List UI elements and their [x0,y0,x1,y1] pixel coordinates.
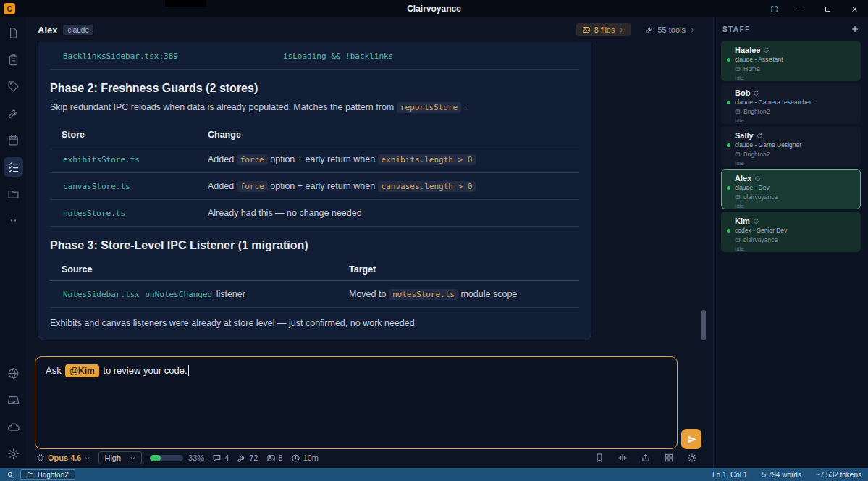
table-cell: isLoading && !backlinks [282,49,395,62]
staff-card-alex[interactable]: Alexclaude - DevclairvoyanceIdle [721,169,861,209]
model-selector[interactable]: Opus 4.6 [36,453,90,462]
staff-project-row: clairvoyance [735,193,854,201]
inbox-icon [7,394,20,406]
files-button[interactable]: 8 files [576,23,631,36]
staff-status: Idle [735,117,854,124]
image-icon [266,453,276,463]
chevron-right-icon [689,27,696,33]
grid-button[interactable] [661,450,677,466]
add-staff-button[interactable] [851,25,859,33]
model-name: Opus 4.6 [48,453,81,462]
search-button[interactable] [7,471,14,479]
files-button-label: 8 files [594,25,615,34]
tools-button[interactable]: 55 tools [639,23,701,36]
agent-badge: claude [63,25,93,35]
staff-project-row: Brighton2 [735,151,854,158]
messages-count[interactable]: 4 [212,453,229,463]
mention-chip[interactable]: @Kim [65,364,98,377]
window-title: Clairvoyance [0,4,868,14]
sidebar-item-calendar[interactable] [4,130,23,150]
waveform-button[interactable] [615,450,631,466]
statusbar-right: Ln 1, Col 1 5,794 words ~7,532 tokens [712,471,861,479]
expand-icon [770,5,778,13]
text-run: option + early return when [268,181,378,191]
maximize-button[interactable] [814,0,841,17]
cursor-position: Ln 1, Col 1 [712,471,747,479]
chat-scroll-area[interactable]: BacklinksSidebar.tsx:389 isLoading && !b… [26,42,713,352]
word-count: 5,794 words [762,471,801,479]
left-sidebar [0,17,26,468]
tool-calls-count[interactable]: 72 [237,453,258,463]
table-cell: canvasStore.ts [50,172,196,199]
loop-icon [753,90,759,96]
staff-header: STAFF [721,17,861,41]
sidebar-item-tags[interactable] [4,77,23,96]
table-header: Store [50,124,196,146]
table-cell: Added force option + early return when e… [196,146,579,172]
window-icon [735,109,741,114]
wrench-icon [7,107,20,120]
sidebar-item-files[interactable] [4,23,23,43]
window-icon [735,194,741,200]
text-run: . [461,102,466,112]
attachments-count[interactable]: 8 [266,453,283,463]
staff-title: STAFF [722,25,750,33]
staff-name: Bob [735,88,750,97]
sidebar-item-settings[interactable] [4,444,23,464]
chevron-right-icon [618,27,625,33]
table-header: Change [196,124,579,146]
scrollbar-thumb[interactable] [701,310,706,340]
wrench-icon [237,453,246,463]
staff-card-bob[interactable]: Bobclaude - Camera researcherBrighton2Id… [721,83,861,124]
app-shell: Alex claude 8 files 55 tools [0,17,868,468]
phase2-heading: Phase 2: Freshness Guards (2 stores) [50,82,579,95]
table-header-row: SourceTarget [50,259,579,281]
close-button[interactable] [841,0,868,17]
waveform-icon [618,453,628,463]
loop-icon [757,133,763,139]
project-chip[interactable]: Brighton2 [20,469,75,480]
clipboard-icon [7,54,20,66]
sidebar-item-cloud[interactable] [4,417,23,437]
staff-status: Idle [735,75,854,81]
grid-icon [664,453,674,463]
staff-card-sally[interactable]: Sallyclaude - Game DesignerBrighton2Idle [721,126,861,167]
sidebar-item-more[interactable] [4,211,23,230]
table-cell: Moved to notesStore.ts module scope [337,280,579,307]
staff-project: Brighton2 [743,151,770,158]
sidebar-item-inbox[interactable] [4,390,23,410]
minimize-button[interactable] [788,0,814,17]
composer-text: to review your code. [101,365,187,376]
settings-button[interactable] [684,450,700,466]
staff-name: Haalee [735,46,760,54]
loop-icon [753,218,759,225]
staff-card-kim[interactable]: Kimcodex - Senior DevclairvoyanceIdle [721,212,861,252]
gear-icon [687,453,697,463]
send-button[interactable] [681,429,701,449]
chat-header: Alex claude 8 files 55 tools [26,17,713,42]
assistant-message: BacklinksSidebar.tsx:389 isLoading && !b… [38,42,591,340]
staff-project: clairvoyance [743,236,778,243]
staff-card-haalee[interactable]: Haaleeclaude - AssistantHomeIdle [721,41,861,81]
sidebar-item-tasks[interactable] [4,157,23,177]
effort-value: High [104,453,121,462]
staff-project: Brighton2 [743,108,770,115]
wrench-icon [645,25,654,34]
sidebar-item-browser[interactable] [4,364,23,383]
text-caret [188,365,190,376]
toolbar-right-actions [591,450,700,466]
sidebar-item-tools[interactable] [4,104,23,123]
effort-selector[interactable]: High [98,451,142,464]
sidebar-item-notes[interactable] [4,50,23,70]
share-icon [641,453,651,463]
text-run: Already had this — no change needed [208,208,362,218]
token-count: ~7,532 tokens [816,471,861,479]
fullscreen-button[interactable] [761,0,788,17]
inline-code: canvasStore.ts [62,181,132,192]
sidebar-item-projects[interactable] [4,184,23,204]
online-status-dot [727,101,730,104]
message-input[interactable]: Ask @Kim to review your code. [35,356,678,449]
share-button[interactable] [638,450,654,466]
bookmark-button[interactable] [591,450,607,466]
close-icon [851,5,859,13]
